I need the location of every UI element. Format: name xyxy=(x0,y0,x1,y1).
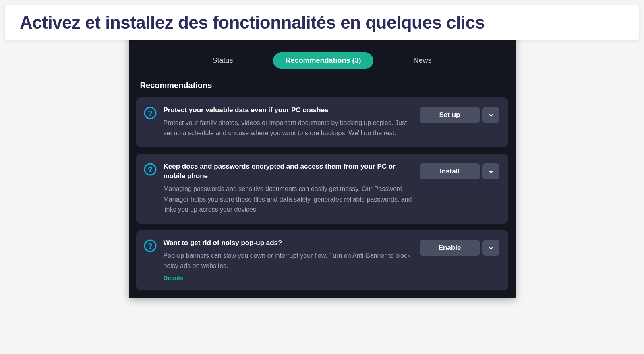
card-description: Pop-up banners can slow you down or inte… xyxy=(164,251,413,271)
card-action-group: Set up xyxy=(420,107,499,123)
headline-banner: Activez et installez des fonctionnalités… xyxy=(5,5,639,40)
question-circle-icon: ? xyxy=(143,239,157,253)
action-dropdown-button[interactable] xyxy=(482,163,499,179)
recommendation-list: ? Protect your valuable data even if you… xyxy=(129,97,516,290)
card-description: Protect your family photos, videos or im… xyxy=(164,118,413,138)
card-title: Want to get rid of noisy pop-up ads? xyxy=(164,238,413,248)
recommendation-card: ? Keep docs and passwords encrypted and … xyxy=(136,154,508,224)
chevron-down-icon xyxy=(488,245,494,251)
tab-label: Recommendations (3) xyxy=(285,56,361,64)
question-circle-icon: ? xyxy=(143,163,157,176)
tab-recommendations[interactable]: Recommendations (3) xyxy=(273,52,373,69)
card-action-group: Enable xyxy=(420,240,499,256)
chevron-down-icon xyxy=(488,168,494,175)
details-link[interactable]: Details xyxy=(164,274,183,281)
card-title: Protect your valuable data even if your … xyxy=(164,105,413,115)
tabs-bar: Status Recommendations (3) News xyxy=(129,48,516,78)
card-body: Keep docs and passwords encrypted and ac… xyxy=(164,162,413,215)
svg-text:?: ? xyxy=(148,242,153,250)
question-circle-icon: ? xyxy=(143,106,157,120)
tab-news[interactable]: News xyxy=(402,52,444,69)
recommendation-card: ? Protect your valuable data even if you… xyxy=(136,97,508,147)
card-body: Want to get rid of noisy pop-up ads? Pop… xyxy=(164,238,413,282)
tab-label: News xyxy=(414,56,432,64)
svg-text:?: ? xyxy=(148,165,153,174)
card-body: Protect your valuable data even if your … xyxy=(164,105,413,138)
card-description: Managing passwords and sensitive documen… xyxy=(164,184,413,215)
card-action-group: Install xyxy=(420,163,499,179)
action-dropdown-button[interactable] xyxy=(482,107,499,123)
setup-button[interactable]: Set up xyxy=(420,107,480,123)
chevron-down-icon xyxy=(488,112,494,118)
svg-text:?: ? xyxy=(148,109,153,117)
tab-label: Status xyxy=(212,56,233,64)
tab-status[interactable]: Status xyxy=(200,52,245,69)
section-title: Recommendations xyxy=(129,78,516,97)
app-window: Status Recommendations (3) News Recommen… xyxy=(129,32,516,298)
card-title: Keep docs and passwords encrypted and ac… xyxy=(164,162,413,181)
install-button[interactable]: Install xyxy=(420,163,480,179)
enable-button[interactable]: Enable xyxy=(420,240,480,256)
action-dropdown-button[interactable] xyxy=(482,240,499,256)
recommendation-card: ? Want to get rid of noisy pop-up ads? P… xyxy=(136,230,508,290)
headline-text: Activez et installez des fonctionnalités… xyxy=(20,12,624,33)
